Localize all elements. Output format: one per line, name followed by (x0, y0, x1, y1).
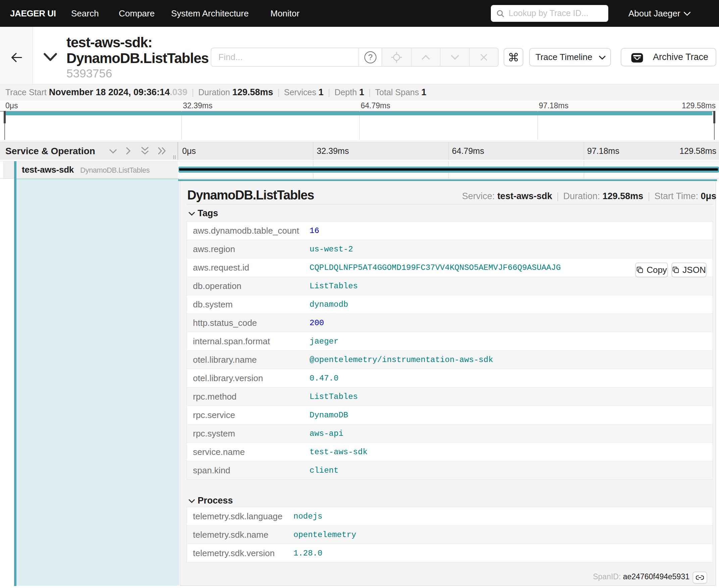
svg-text:?: ? (368, 52, 373, 62)
